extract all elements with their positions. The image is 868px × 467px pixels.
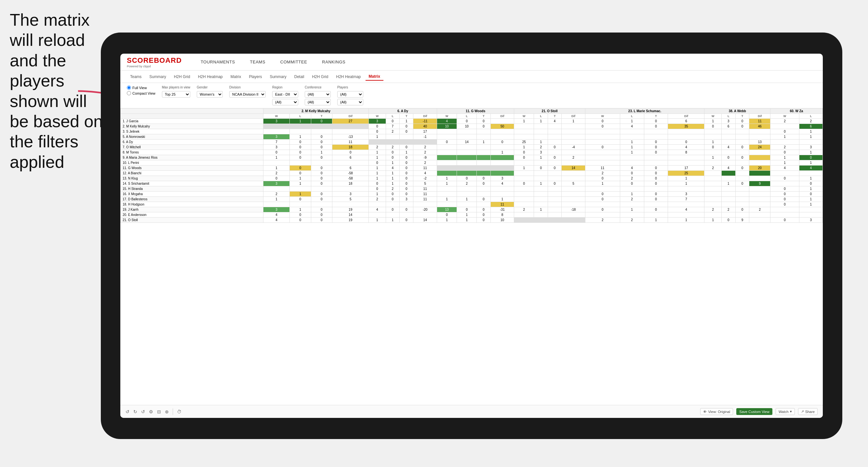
table-row: 10. L Perini 0 1 0 2 [121, 160, 823, 165]
nav-tournaments[interactable]: TOURNAMENTS [198, 58, 238, 66]
subnav-summary[interactable]: Summary [146, 73, 169, 80]
sh-s-w: W [514, 114, 534, 119]
table-row: 6. A Dy 7 0 0 11 0 14 1 0 25 [121, 139, 823, 145]
col-header-woods: 11. G Woods [437, 108, 514, 114]
player-name: 13. N Klug [121, 176, 264, 181]
players-label: Players [337, 86, 363, 89]
subnav-detail[interactable]: Detail [291, 73, 308, 80]
table-row: 5. A Nomrowski 3 1 0 -13 1 -1 [121, 134, 823, 139]
header-player-col [121, 108, 264, 114]
table-row: 3. S Jelinek 0 2 0 17 [121, 129, 823, 134]
conference-group: Conference (All) (All) [305, 86, 331, 105]
subnav-h2h-heatmap2[interactable]: H2H Heatmap [333, 73, 364, 80]
player-name: 14. S Srichantamit [121, 181, 264, 186]
tablet-frame: SCOREBOARD Powered by clippd TOURNAMENTS… [101, 33, 842, 439]
player-name: 16. X Mcgaha [121, 191, 264, 197]
player-name: 12. A Bianchi [121, 171, 264, 176]
full-view-radio[interactable]: Full View [127, 86, 155, 90]
region-label: Region [272, 86, 298, 89]
compact-view-input[interactable] [127, 91, 131, 95]
share-button[interactable]: ↗ Share [798, 408, 817, 415]
undo-icon[interactable]: ↺ [126, 409, 129, 414]
table-row: 20. E Andersson 4 0 0 14 0 1 0 8 [121, 212, 823, 218]
subnav-h2h-heatmap[interactable]: H2H Heatmap [195, 73, 226, 80]
sh-d-l: L [386, 114, 399, 119]
sh-wb-l: L [722, 114, 736, 119]
nav-teams[interactable]: TEAMS [247, 58, 268, 66]
sh-s-dif: Dif [562, 114, 585, 119]
watch-button[interactable]: Watch ▾ [776, 408, 795, 415]
player-name: 5. A Nomrowski [121, 134, 264, 139]
clock-icon[interactable]: ⏱ [177, 409, 182, 414]
division-select[interactable]: NCAA Division II NCAA Division I [229, 91, 266, 98]
compact-view-radio[interactable]: Compact View [127, 91, 155, 95]
logo-area: SCOREBOARD Powered by clippd [127, 56, 182, 68]
compact-view-label: Compact View [132, 91, 155, 95]
table-row: 15. H Stranda 0 2 0 11 [121, 186, 823, 191]
player-name: 3. S Jelinek [121, 129, 264, 134]
view-original-button[interactable]: 👁 View: Original [700, 408, 733, 415]
player-name: 20. E Andersson [121, 212, 264, 218]
nav-committee[interactable]: COMMITTEE [278, 58, 310, 66]
view-mode-group: Full View Compact View [127, 86, 155, 95]
save-custom-button[interactable]: Save Custom View [736, 408, 772, 415]
redo-icon[interactable]: ↻ [133, 409, 137, 414]
table-row: 9. A Maria Jimenez Rios 1 0 0 6 1 0 0 -9 [121, 155, 823, 160]
refresh-icon[interactable]: ↺ [141, 409, 145, 414]
subnav-matrix[interactable]: Matrix [227, 73, 245, 80]
sh-d-dif: Dif [413, 114, 437, 119]
table-row: 1. J Garcia 3 1 0 27 3 0 1 -11 4 0 0 1 [121, 119, 823, 124]
players-sub-select[interactable]: (All) [337, 99, 363, 105]
subnav-matrix2[interactable]: Matrix [366, 73, 383, 81]
max-players-group: Max players in view Top 25 Top 50 [162, 86, 190, 98]
settings-icon[interactable]: ⚙ [149, 409, 153, 414]
sh-w-l: L [457, 114, 477, 119]
conference-sub-select[interactable]: (All) [305, 99, 331, 105]
subnav-teams[interactable]: Teams [127, 73, 145, 80]
subnav-summary2[interactable]: Summary [266, 73, 289, 80]
player-name: 21. O Stoll [121, 218, 264, 223]
zoom-in-icon[interactable]: ⊕ [165, 409, 169, 414]
sh-m-dif: Dif [332, 114, 369, 119]
col-header-dy: 6. A Dy [369, 108, 437, 114]
max-players-select[interactable]: Top 25 Top 50 [162, 91, 190, 98]
matrix-container: 2. M Kelly Mulcahy 6. A Dy 11. G Woods 2… [120, 108, 823, 405]
subnav-h2h-grid2[interactable]: H2H Grid [309, 73, 331, 80]
region-select[interactable]: East - DII West - DII [272, 91, 298, 98]
col-header-webb: 38. A Webb [705, 108, 770, 114]
table-row: 8. M Torres 0 0 1 0 1 0 1 2 1 0 [121, 150, 823, 155]
region-sub-select[interactable]: (All) [272, 99, 298, 105]
player-name: 7. O Mitchell [121, 145, 264, 150]
table-row: 7. O Mitchell 3 0 0 18 2 2 0 2 1 [121, 145, 823, 150]
sh-z-w: W [770, 114, 799, 119]
conference-select[interactable]: (All) [305, 91, 331, 98]
max-players-label: Max players in view [162, 86, 190, 89]
filter-bar: Full View Compact View Max players in vi… [120, 83, 823, 108]
zoom-icon[interactable]: ⊟ [157, 409, 161, 414]
players-select[interactable]: (All) [337, 91, 363, 98]
sh-sc-l: L [620, 114, 644, 119]
full-view-input[interactable] [127, 86, 131, 90]
sh-sc-w: W [585, 114, 620, 119]
player-name: 8. M Torres [121, 150, 264, 155]
sub-nav: Teams Summary H2H Grid H2H Heatmap Matri… [120, 70, 823, 83]
nav-rankings[interactable]: RANKINGS [319, 58, 348, 66]
subnav-players[interactable]: Players [246, 73, 265, 80]
subnav-h2h-grid[interactable]: H2H Grid [171, 73, 193, 80]
divider [173, 408, 173, 415]
player-name: 1. J Garcia [121, 119, 264, 124]
sh-wb-t: T [735, 114, 749, 119]
sh-d-t: T [400, 114, 413, 119]
col-header-stoll: 21. O Stoll [514, 108, 585, 114]
watch-label: Watch [779, 410, 789, 414]
sh-m-w: W [264, 114, 290, 119]
watch-arrow-icon: ▾ [790, 409, 792, 414]
division-group: Division NCAA Division II NCAA Division … [229, 86, 266, 98]
sub-header-empty [121, 114, 264, 119]
player-name: 11. G Woods [121, 165, 264, 171]
conference-label: Conference [305, 86, 331, 89]
col-header-za: 60. W Za [770, 108, 823, 114]
gender-select[interactable]: Women's Men's [197, 91, 223, 98]
save-custom-label: Save Custom View [739, 410, 770, 414]
player-name: 17. D Ballesteros [121, 197, 264, 202]
